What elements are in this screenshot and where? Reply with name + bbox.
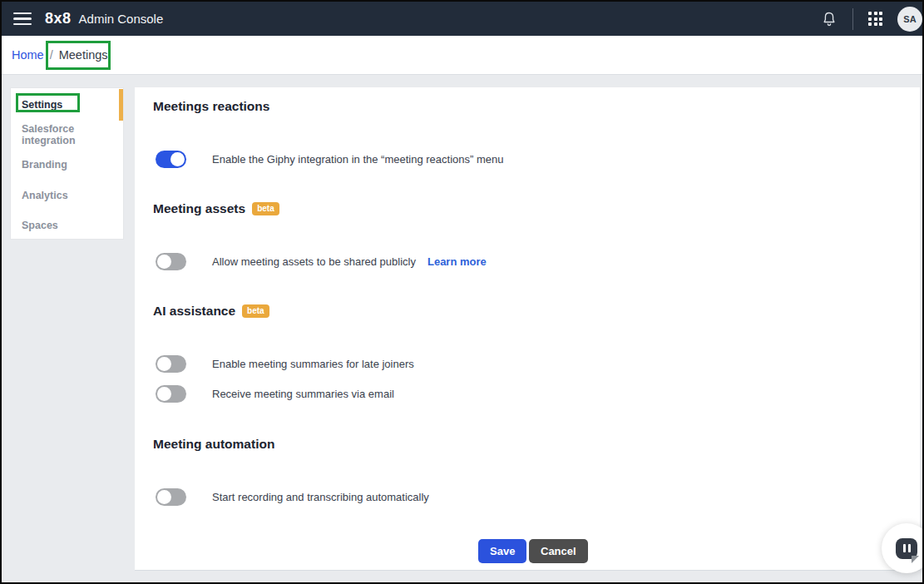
- toggle-knob: [157, 357, 171, 371]
- auto-recording-toggle[interactable]: [156, 488, 186, 506]
- section-title-text: Meeting assets: [153, 201, 245, 216]
- email-summaries-toggle[interactable]: [156, 385, 186, 403]
- navbar-divider: [852, 8, 853, 30]
- logo-8x8: 8x8: [45, 10, 72, 27]
- toggle-knob: [157, 490, 171, 504]
- section-title-text: AI assistance: [153, 304, 235, 319]
- breadcrumb-home-link[interactable]: Home: [12, 48, 44, 62]
- support-chat-button[interactable]: [882, 523, 924, 573]
- top-navbar: 8x8 Admin Console SA: [2, 2, 922, 36]
- breadcrumb-current: Meetings: [59, 48, 108, 62]
- toggle-knob: [170, 152, 185, 166]
- toggle-label: Receive meeting summaries via email: [212, 388, 394, 400]
- sidebar-item-settings[interactable]: Settings: [11, 90, 123, 120]
- toggle-label: Allow meeting assets to be shared public…: [212, 255, 416, 268]
- breadcrumb: Home / Meetings: [2, 36, 922, 75]
- sidebar-item-salesforce-integration[interactable]: Salesforce integration: [11, 120, 123, 150]
- toggle-label: Enable meeting summaries for late joiner…: [212, 358, 414, 370]
- sidebar: Settings Salesforce integration Branding…: [10, 87, 124, 240]
- toggle-row-auto-recording: Start recording and transcribing automat…: [156, 487, 429, 506]
- beta-badge: beta: [252, 202, 279, 215]
- app-title: Admin Console: [79, 12, 164, 26]
- sidebar-item-analytics[interactable]: Analytics: [11, 181, 123, 210]
- breadcrumb-separator: /: [50, 48, 53, 62]
- admin-console-page: 8x8 Admin Console SA Home / Meetings Set…: [0, 0, 924, 584]
- learn-more-link[interactable]: Learn more: [427, 255, 487, 268]
- meeting-assets-public-toggle[interactable]: [156, 253, 186, 270]
- cancel-button[interactable]: Cancel: [529, 539, 588, 563]
- menu-icon[interactable]: [13, 12, 32, 26]
- sidebar-item-spaces[interactable]: Spaces: [11, 210, 123, 240]
- sidebar-item-branding[interactable]: Branding: [11, 150, 123, 180]
- section-title-text: Meetings reactions: [153, 99, 269, 114]
- section-title-text: Meeting automation: [153, 437, 274, 452]
- section-title-meeting-automation: Meeting automation: [153, 437, 274, 452]
- apps-grid-icon[interactable]: [868, 12, 882, 26]
- late-joiners-summaries-toggle[interactable]: [156, 355, 186, 373]
- chat-pause-icon: [896, 538, 917, 559]
- toggle-row-email-summaries: Receive meeting summaries via email: [156, 384, 394, 403]
- toggle-label: Start recording and transcribing automat…: [212, 491, 429, 503]
- toggle-knob: [157, 255, 171, 269]
- toggle-row-giphy: Enable the Giphy integration in the “mee…: [156, 150, 503, 168]
- notifications-bell-icon[interactable]: [821, 10, 838, 28]
- toggle-label: Enable the Giphy integration in the “mee…: [212, 153, 503, 166]
- giphy-integration-toggle[interactable]: [156, 151, 186, 168]
- active-item-indicator: [119, 89, 123, 121]
- main-content: Meetings reactions Enable the Giphy inte…: [135, 87, 920, 571]
- toggle-knob: [157, 387, 171, 401]
- beta-badge: beta: [242, 304, 269, 318]
- navbar-right: SA: [821, 7, 911, 32]
- avatar[interactable]: SA: [897, 7, 922, 32]
- toggle-row-late-joiners: Enable meeting summaries for late joiner…: [156, 354, 414, 373]
- section-title-meeting-assets: Meeting assets beta: [153, 201, 279, 216]
- toggle-row-meeting-assets: Allow meeting assets to be shared public…: [156, 252, 487, 270]
- section-title-meetings-reactions: Meetings reactions: [153, 99, 269, 114]
- section-title-ai-assistance: AI assistance beta: [153, 304, 269, 319]
- save-button[interactable]: Save: [478, 539, 526, 563]
